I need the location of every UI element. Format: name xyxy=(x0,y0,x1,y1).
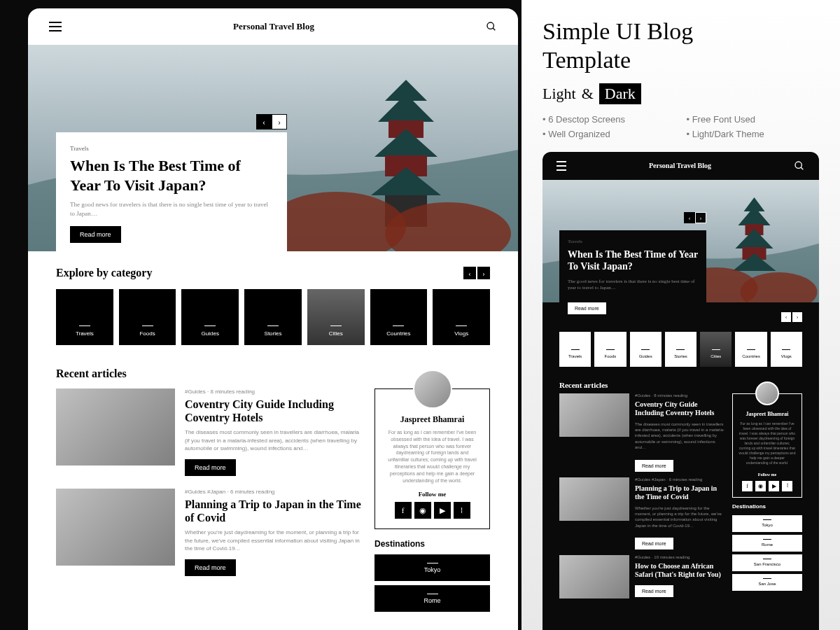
article-card: #Guides · 8 minutes readingCoventry City… xyxy=(559,393,725,472)
article-image xyxy=(559,477,629,521)
article-readmore-button[interactable]: Read more xyxy=(635,538,673,550)
category-tile[interactable]: Guides xyxy=(181,289,239,345)
hero-readmore-button[interactable]: Read more xyxy=(70,226,121,243)
light-preview: Personal Travel Blog xyxy=(28,8,518,630)
category-nav: ‹ › xyxy=(463,267,490,279)
hero-title: When Is The Best Time of Year To Visit J… xyxy=(70,156,273,195)
author-card: Jaspreet Bhamrai For as long as I can re… xyxy=(374,388,490,529)
article-card: #Guides #Japan · 6 minutes readingPlanni… xyxy=(56,489,362,576)
cat-prev-button[interactable]: ‹ xyxy=(463,267,476,279)
social-icon[interactable]: 𝄔 xyxy=(454,502,470,519)
left-panel: Personal Travel Blog xyxy=(0,0,522,630)
article-card: #Guides #Japan · 6 minutes readingPlanni… xyxy=(559,477,725,550)
svg-point-12 xyxy=(795,162,802,168)
article-title[interactable]: How to Choose an African Safari (That's … xyxy=(635,562,725,579)
article-title[interactable]: Planning a Trip to Japan in the Time of … xyxy=(185,498,362,524)
article-image xyxy=(559,393,629,437)
hero-next-button[interactable]: › xyxy=(695,212,706,223)
article-excerpt: The diseases most commonly seen in trave… xyxy=(185,428,362,452)
article-title[interactable]: Coventry City Guide Including Coventry H… xyxy=(635,400,725,417)
article-card: #Guides · 8 minutes readingCoventry City… xyxy=(56,388,362,476)
article-meta: #Guides · 8 minutes reading xyxy=(635,393,725,398)
article-title[interactable]: Coventry City Guide Including Coventry H… xyxy=(185,398,362,424)
social-icon[interactable]: ◉ xyxy=(755,481,766,491)
destination-tile[interactable]: Rome xyxy=(374,585,490,612)
article-title[interactable]: Planning a Trip to Japan in the Time of … xyxy=(635,484,725,501)
category-tile[interactable]: Countries xyxy=(735,332,766,367)
category-tile[interactable]: Travels xyxy=(559,332,591,367)
category-tile[interactable]: Cities xyxy=(307,289,365,345)
hero-prev-button[interactable]: ‹ xyxy=(684,212,695,223)
svg-line-13 xyxy=(801,167,803,169)
avatar xyxy=(413,370,452,409)
article-card: #Guides · 10 minutes readingHow to Choos… xyxy=(559,555,725,598)
hero-carousel-nav: ‹ › xyxy=(256,114,287,130)
article-meta: #Guides #Japan · 6 minutes reading xyxy=(635,477,725,482)
article-meta: #Guides #Japan · 6 minutes reading xyxy=(185,489,362,495)
social-icon[interactable]: ◉ xyxy=(414,502,431,519)
social-icon[interactable]: f xyxy=(742,481,752,491)
promo-subtitle: Light & Dark xyxy=(542,83,819,104)
destination-tile[interactable]: San Jose xyxy=(732,574,802,591)
article-image xyxy=(56,388,175,465)
article-excerpt: The diseases most commonly seen in trave… xyxy=(635,421,725,451)
search-icon[interactable] xyxy=(486,21,497,32)
hero-readmore-button[interactable]: Read more xyxy=(568,302,606,314)
hero-card: ‹ › Travels When Is The Best Time of Yea… xyxy=(559,230,706,323)
article-readmore-button[interactable]: Read more xyxy=(635,460,673,472)
search-icon[interactable] xyxy=(794,160,805,172)
navbar: Personal Travel Blog xyxy=(28,8,518,45)
site-title: Personal Travel Blog xyxy=(233,21,314,32)
destination-tile[interactable]: San Francisco xyxy=(732,554,802,571)
category-tile[interactable]: Guides xyxy=(630,332,662,367)
social-icon[interactable]: ▶ xyxy=(769,481,779,491)
promo-bullet: Well Organized xyxy=(542,129,676,139)
social-icon[interactable]: f xyxy=(395,502,412,519)
social-icon[interactable]: 𝄔 xyxy=(782,481,792,491)
promo-bullet: Light/Dark Theme xyxy=(687,129,820,139)
cat-prev-button[interactable]: ‹ xyxy=(781,312,791,322)
author-bio: For as long as I can remember I've been … xyxy=(385,429,479,484)
article-readmore-button[interactable]: Read more xyxy=(185,459,236,476)
category-tile[interactable]: Foods xyxy=(594,332,626,367)
cat-next-button[interactable]: › xyxy=(792,312,802,322)
svg-point-0 xyxy=(487,22,493,29)
hero-next-button[interactable]: › xyxy=(272,114,287,130)
category-tile[interactable]: Travels xyxy=(56,289,113,345)
site-title: Personal Travel Blog xyxy=(649,162,711,169)
article-readmore-button[interactable]: Read more xyxy=(185,559,236,576)
category-tile[interactable]: Foods xyxy=(119,289,176,345)
article-excerpt: Whether you're just daydreaming for the … xyxy=(635,505,725,529)
follow-label: Follow me xyxy=(385,491,479,498)
category-tile[interactable]: Vlogs xyxy=(433,289,490,345)
category-heading: Explore by category xyxy=(56,267,152,279)
destination-tile[interactable]: Rome xyxy=(732,535,802,552)
article-meta: #Guides · 10 minutes reading xyxy=(635,555,725,559)
category-tile[interactable]: Stories xyxy=(244,289,302,345)
category-section: Explore by category ‹ › TravelsFoodsGuid… xyxy=(28,251,518,352)
category-tile[interactable]: Cities xyxy=(700,332,732,367)
category-tile[interactable]: Vlogs xyxy=(771,332,802,367)
article-meta: #Guides · 8 minutes reading xyxy=(185,388,362,395)
article-excerpt: Whether you're just daydreaming for the … xyxy=(185,528,362,552)
dark-preview: Personal Travel Blog xyxy=(542,152,819,630)
hero-prev-button[interactable]: ‹ xyxy=(256,114,272,130)
destination-tile[interactable]: Tokyo xyxy=(732,515,802,532)
category-tile[interactable]: Stories xyxy=(665,332,696,367)
article-readmore-button[interactable]: Read more xyxy=(635,585,673,597)
destination-tile[interactable]: Tokyo xyxy=(374,554,490,581)
author-name: Jaspreet Bhamrai xyxy=(385,414,479,425)
social-icon[interactable]: ▶ xyxy=(434,502,451,519)
category-tile[interactable]: Countries xyxy=(370,289,428,345)
promo-title: Simple UI BlogTemplate xyxy=(542,18,819,75)
hamburger-icon[interactable] xyxy=(556,161,566,171)
cat-next-button[interactable]: › xyxy=(477,267,490,279)
hero-card: ‹ › Travels When Is The Best Time of Yea… xyxy=(56,132,287,257)
hero-excerpt: The good news for travelers is that ther… xyxy=(70,200,273,218)
hero: ‹ › Travels When Is The Best Time of Yea… xyxy=(28,45,518,251)
svg-line-1 xyxy=(493,28,495,30)
right-panel: Simple UI BlogTemplate Light & Dark 6 De… xyxy=(522,0,840,630)
hamburger-icon[interactable] xyxy=(49,22,62,31)
dest-heading: Destinations xyxy=(374,539,490,549)
article-image xyxy=(559,555,629,598)
